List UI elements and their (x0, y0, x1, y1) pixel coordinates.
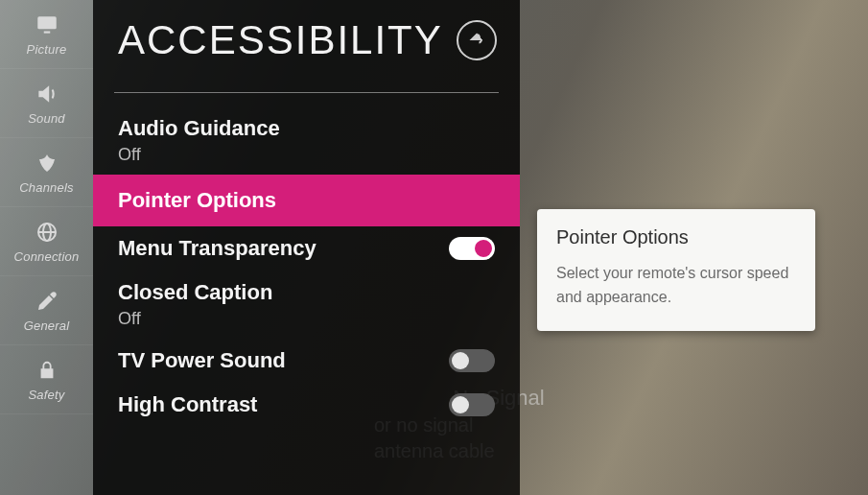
option-audio-guidance[interactable]: Audio Guidance Off (93, 106, 520, 175)
option-menu-transparency[interactable]: Menu Transparency (93, 226, 520, 271)
option-title: Pointer Options (118, 188, 495, 213)
sidebar-item-label: Channels (19, 180, 74, 195)
toggle-tv-power-sound[interactable] (449, 349, 495, 372)
safety-icon (34, 357, 60, 384)
page-title: ACCESSIBILITY (118, 17, 443, 63)
description-title: Pointer Options (556, 226, 796, 248)
option-title: Closed Caption (118, 280, 495, 305)
divider (114, 92, 499, 93)
option-title: TV Power Sound (118, 348, 286, 373)
option-closed-caption[interactable]: Closed Caption Off (93, 271, 520, 339)
sidebar-item-label: Safety (28, 388, 64, 402)
svg-rect-0 (37, 16, 57, 29)
svg-rect-1 (43, 32, 50, 34)
connection-icon (34, 219, 60, 246)
option-tv-power-sound[interactable]: TV Power Sound (93, 339, 520, 383)
sidebar-item-label: Picture (27, 42, 67, 57)
toggle-high-contrast[interactable] (449, 393, 495, 416)
back-icon (467, 30, 486, 52)
option-title: Menu Transparency (118, 236, 317, 261)
option-title: High Contrast (118, 392, 257, 417)
toggle-menu-transparency[interactable] (449, 237, 495, 260)
settings-sidebar: Picture Sound Channels Connection Genera… (0, 0, 93, 495)
accessibility-options: Audio Guidance Off Pointer Options Menu … (93, 106, 520, 427)
sidebar-item-safety[interactable]: Safety (0, 345, 93, 414)
sidebar-item-label: Connection (14, 249, 80, 264)
option-title: Audio Guidance (118, 116, 495, 141)
sound-icon (34, 81, 60, 107)
general-icon (34, 288, 60, 315)
sidebar-item-label: Sound (28, 111, 65, 126)
description-body: Select your remote's cursor speed and ap… (556, 262, 796, 310)
picture-icon (34, 12, 60, 38)
option-value: Off (118, 145, 495, 165)
sidebar-item-general[interactable]: General (0, 276, 93, 345)
option-value: Off (118, 309, 495, 329)
sidebar-item-label: General (24, 318, 70, 333)
sidebar-item-sound[interactable]: Sound (0, 69, 93, 138)
panel-header: ACCESSIBILITY (93, 0, 520, 92)
accessibility-panel: ACCESSIBILITY Audio Guidance Off Pointer… (93, 0, 520, 495)
option-high-contrast[interactable]: High Contrast (93, 383, 520, 427)
option-pointer-options[interactable]: Pointer Options (93, 175, 520, 226)
channels-icon (34, 150, 60, 177)
sidebar-item-picture[interactable]: Picture (0, 0, 93, 69)
sidebar-item-channels[interactable]: Channels (0, 138, 93, 207)
back-button[interactable] (457, 20, 497, 60)
option-description-card: Pointer Options Select your remote's cur… (537, 209, 815, 331)
sidebar-item-connection[interactable]: Connection (0, 207, 93, 276)
